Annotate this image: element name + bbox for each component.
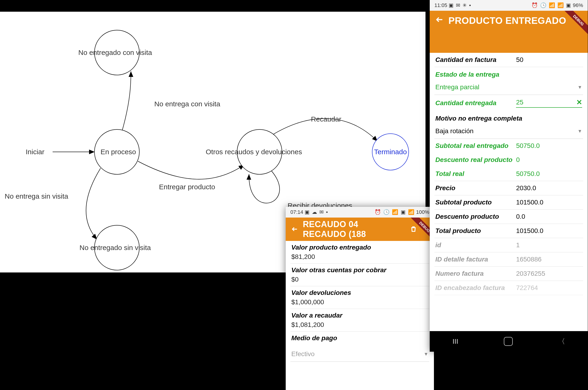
- back-icon[interactable]: [435, 15, 444, 24]
- field-label: id: [435, 241, 516, 249]
- node-label: No entregado sin visita: [79, 244, 151, 251]
- field-value: 20376255: [516, 270, 582, 277]
- field-value: 101500.0: [516, 227, 582, 235]
- field-value: 50750.0: [516, 142, 582, 149]
- estado-entrega-dropdown[interactable]: Entrega parcial ▼: [434, 80, 583, 95]
- dropdown-value: Baja rotación: [435, 127, 474, 135]
- row-descuento-real-producto: Descuento real producto 0: [434, 153, 583, 167]
- row-cantidad-entregada: Cantidad entregada 25 ✕: [434, 95, 583, 111]
- field-value: $1,081,200: [291, 321, 428, 329]
- status-icons-right: ⏰ 🕓 📶 ▣ 📶: [374, 209, 415, 215]
- dropdown-value: Entrega parcial: [435, 83, 479, 91]
- field-label: ID detalle factura: [435, 256, 516, 263]
- field-value: 0: [516, 156, 582, 164]
- app-bar: PRODUCTO ENTREGADO: [430, 11, 588, 53]
- cantidad-entregada-input[interactable]: 25 ✕: [516, 98, 582, 108]
- label-iniciar: Iniciar: [26, 148, 45, 156]
- status-time: 07:14: [290, 209, 303, 215]
- field-label: Valor devoluciones: [291, 289, 428, 296]
- row-valor-otras-cuentas: Valor otras cuentas por cobrar $0: [290, 264, 429, 286]
- back-icon[interactable]: [291, 225, 298, 234]
- app-bar: RECAUDO 04 RECAUDO (188: [286, 218, 434, 241]
- field-label: Total producto: [435, 227, 516, 235]
- node-label: En proceso: [101, 148, 136, 156]
- app-title: PRODUCTO ENTREGADO: [448, 15, 566, 26]
- status-time: 11:05: [434, 2, 447, 8]
- field-value: 722764: [516, 284, 582, 292]
- status-battery: 96%: [573, 2, 583, 8]
- home-button[interactable]: [504, 337, 513, 346]
- node-label: Otros recaudos y devoluciones: [206, 148, 302, 156]
- android-nav-bar: III 〈: [430, 331, 588, 352]
- node-no-entregado-con-visita: No entregado con visita: [78, 30, 152, 75]
- node-en-proceso: En proceso: [95, 129, 139, 174]
- app-title: RECAUDO 04 RECAUDO (188: [303, 219, 401, 239]
- row-cantidad-en-factura: Cantidad en factura 50: [434, 53, 583, 67]
- field-value: $0: [291, 276, 428, 283]
- medio-de-pago-dropdown[interactable]: Efectivo ▼: [290, 346, 429, 362]
- motivo-dropdown[interactable]: Baja rotación ▼: [434, 124, 583, 139]
- label-motivo-no-entrega: Motivo no entrega completa: [434, 111, 583, 124]
- input-value: 25: [516, 98, 523, 106]
- field-label: Valor a recaudar: [291, 312, 428, 319]
- row-id: id 1: [434, 238, 583, 252]
- clear-icon[interactable]: ✕: [576, 98, 582, 106]
- field-label: Valor producto entregado: [291, 244, 428, 251]
- row-valor-producto-entregado: Valor producto entregado $81,200: [290, 241, 429, 264]
- field-label: Subtotal producto: [435, 199, 516, 206]
- edge-label: Recaudar: [311, 115, 341, 123]
- edge-otros-self: [249, 171, 280, 203]
- row-medio-de-pago: Medio de pago: [290, 332, 429, 346]
- dropdown-value: Efectivo: [291, 350, 315, 358]
- field-value: 1650886: [516, 256, 582, 263]
- row-valor-devoluciones: Valor devoluciones $1,000,000: [290, 286, 429, 309]
- edge-en-proceso-no-entregado-con-visita: [122, 71, 131, 133]
- back-button[interactable]: 〈: [558, 337, 565, 346]
- field-value: 0.0: [516, 213, 582, 220]
- field-label: Descuento producto: [435, 213, 516, 220]
- phone-producto-entregado: 11:05 ▣ ✉ ✳ • ⏰ 🕓 📶 📶 ▣ 96% PRODUCTO ENT…: [430, 0, 588, 352]
- phone-recaudo: 07:14 ▣ ☁ ✉ • ⏰ 🕓 📶 ▣ 📶 100% RECAUDO 04 …: [286, 207, 434, 390]
- field-label: Cantidad entregada: [435, 99, 516, 107]
- field-label: Valor otras cuentas por cobrar: [291, 266, 428, 274]
- edge-en-proceso-no-entregado-sin-visita: [86, 168, 101, 240]
- status-icons-left: ▣ ☁ ✉ •: [305, 209, 328, 215]
- field-label: Subtotal real entregado: [435, 142, 516, 149]
- field-label: ID encabezado factura: [435, 284, 516, 292]
- node-label: Terminado: [374, 148, 407, 156]
- status-battery: 100%: [416, 209, 429, 215]
- edge-label: No entrega sin visita: [5, 192, 68, 200]
- row-total-producto: Total producto 101500.0: [434, 224, 583, 238]
- trash-icon[interactable]: [410, 225, 417, 234]
- row-id-encabezado-factura: ID encabezado factura 722764: [434, 281, 583, 295]
- field-label: Descuento real producto: [435, 156, 516, 164]
- field-label: Precio: [435, 184, 516, 192]
- field-label: Cantidad en factura: [435, 56, 516, 64]
- field-value: $1,000,000: [291, 298, 428, 306]
- field-value: 50750.0: [516, 170, 582, 178]
- field-value: 1: [516, 241, 582, 249]
- row-valor-a-recaudar: Valor a recaudar $1,081,200: [290, 309, 429, 332]
- node-no-entregado-sin-visita: No entregado sin visita: [79, 225, 151, 270]
- recents-button[interactable]: III: [452, 338, 458, 345]
- edge-label: Entregar producto: [159, 183, 215, 191]
- status-bar: 07:14 ▣ ☁ ✉ • ⏰ 🕓 📶 ▣ 📶 100%: [286, 207, 434, 218]
- send-icon[interactable]: [422, 225, 428, 234]
- row-precio: Precio 2030.0: [434, 181, 583, 195]
- status-icons-left: ▣ ✉ ✳ •: [449, 2, 471, 8]
- chevron-down-icon: ▼: [578, 129, 582, 134]
- node-otros: Otros recaudos y devoluciones: [206, 129, 302, 174]
- row-total-real: Total real 50750.0: [434, 167, 583, 181]
- field-value: 2030.0: [516, 184, 582, 192]
- row-descuento-producto: Descuento producto 0.0: [434, 210, 583, 224]
- row-subtotal-producto: Subtotal producto 101500.0: [434, 195, 583, 210]
- chevron-down-icon: ▼: [578, 85, 582, 90]
- row-id-detalle-factura: ID detalle factura 1650886: [434, 252, 583, 267]
- edge-label: No entrega con visita: [154, 100, 220, 108]
- chevron-down-icon: ▼: [424, 351, 428, 357]
- field-value: $81,200: [291, 253, 428, 261]
- field-label: Medio de pago: [291, 334, 428, 342]
- edge-en-proceso-otros: [138, 161, 244, 179]
- status-bar: 11:05 ▣ ✉ ✳ • ⏰ 🕓 📶 📶 ▣ 96%: [430, 0, 588, 11]
- row-numero-factura: Numero factura 20376255: [434, 267, 583, 281]
